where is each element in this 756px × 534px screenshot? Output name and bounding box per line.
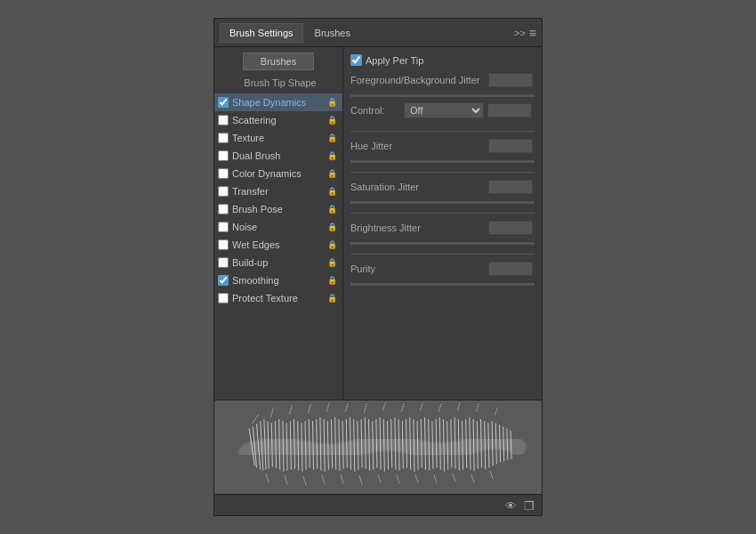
fg-bg-jitter-slider[interactable] (350, 94, 535, 97)
svg-line-15 (305, 421, 306, 470)
brush-tip-label: Brush Tip Shape (214, 77, 342, 88)
svg-line-14 (302, 423, 302, 472)
brightness-jitter-slider[interactable] (350, 242, 535, 245)
svg-line-33 (373, 421, 374, 470)
fg-bg-jitter-input[interactable] (488, 73, 533, 87)
brush-stroke-svg (214, 400, 542, 494)
svg-line-28 (354, 419, 355, 472)
svg-line-30 (361, 419, 362, 468)
right-panel: Apply Per Tip Foreground/Background Jitt… (343, 47, 542, 400)
hue-jitter-row: Hue Jitter (350, 139, 535, 153)
purity-row: Purity (350, 262, 535, 276)
svg-line-87 (303, 476, 306, 486)
brush-list-item[interactable]: Noise🔒 (214, 218, 342, 236)
brush-list-item[interactable]: Smoothing🔒 (214, 271, 342, 289)
svg-line-59 (470, 417, 470, 470)
brush-list-item[interactable]: Protect Texture🔒 (214, 289, 342, 307)
brush-list-item[interactable]: Scattering🔒 (214, 111, 342, 129)
svg-line-46 (421, 419, 422, 468)
svg-line-70 (511, 431, 511, 460)
brush-item-checkbox-6[interactable] (218, 204, 229, 214)
brush-item-label-4: Color Dynamics (232, 168, 324, 179)
brush-item-checkbox-5[interactable] (218, 186, 229, 197)
svg-line-38 (391, 419, 392, 468)
hue-jitter-input[interactable] (488, 139, 533, 153)
brush-list-item[interactable]: Build-up🔒 (214, 254, 342, 271)
svg-line-20 (324, 419, 325, 472)
svg-line-8 (279, 419, 280, 470)
svg-line-64 (488, 423, 489, 467)
brush-list-item[interactable]: Texture🔒 (214, 129, 342, 147)
brush-item-checkbox-3[interactable] (218, 150, 229, 161)
brushes-button[interactable]: Brushes (243, 53, 314, 70)
brush-list-item[interactable]: Shape Dynamics🔒 (214, 93, 342, 111)
svg-line-31 (365, 417, 366, 469)
brush-item-checkbox-4[interactable] (218, 168, 229, 179)
purity-slider[interactable] (350, 283, 535, 286)
brush-list-item[interactable]: Wet Edges🔒 (214, 236, 342, 254)
svg-line-85 (266, 473, 269, 483)
brush-item-label-5: Transfer (232, 186, 324, 197)
brush-item-checkbox-10[interactable] (218, 275, 229, 286)
lock-icon-4: 🔒 (327, 169, 337, 178)
brush-item-checkbox-8[interactable] (218, 239, 229, 250)
brush-item-label-7: Noise (232, 222, 324, 232)
brush-preview (214, 400, 542, 494)
brush-item-checkbox-11[interactable] (218, 293, 229, 303)
svg-line-56 (458, 419, 459, 471)
svg-line-93 (415, 474, 418, 482)
brush-item-label-6: Brush Pose (232, 204, 324, 214)
svg-line-67 (500, 425, 501, 462)
brush-list: Shape Dynamics🔒Scattering🔒Texture🔒Dual B… (214, 93, 342, 307)
svg-line-72 (270, 408, 273, 417)
saturation-jitter-row: Saturation Jitter (350, 180, 535, 194)
tab-brushes[interactable]: Brushes (305, 23, 360, 43)
brush-item-checkbox-7[interactable] (218, 222, 229, 232)
svg-line-90 (359, 475, 362, 485)
svg-line-82 (457, 402, 460, 410)
svg-line-32 (369, 419, 370, 471)
brush-item-checkbox-1[interactable] (218, 115, 229, 125)
brush-list-item[interactable]: Color Dynamics🔒 (214, 165, 342, 182)
brush-item-checkbox-2[interactable] (218, 133, 229, 143)
brush-item-checkbox-9[interactable] (218, 257, 229, 268)
divider-2 (350, 172, 535, 173)
brush-item-checkbox-0[interactable] (218, 97, 229, 108)
brush-item-label-9: Build-up (232, 257, 324, 268)
svg-line-42 (406, 419, 407, 468)
eye-icon[interactable]: 👁 (505, 499, 517, 513)
svg-line-18 (317, 419, 318, 469)
svg-line-78 (382, 402, 385, 410)
brush-list-item[interactable]: Transfer🔒 (214, 182, 342, 200)
brush-list-item[interactable]: Dual Brush🔒 (214, 147, 342, 165)
footer-toolbar: 👁 ❐ (214, 494, 542, 515)
brush-list-item[interactable]: Brush Pose🔒 (214, 200, 342, 218)
hue-jitter-slider[interactable] (350, 160, 535, 163)
svg-line-69 (507, 429, 508, 461)
control-value-box[interactable] (487, 103, 532, 117)
new-brush-icon[interactable]: ❐ (524, 499, 535, 513)
svg-line-53 (447, 421, 448, 470)
saturation-jitter-input[interactable] (488, 180, 533, 194)
purity-input[interactable] (488, 262, 533, 276)
svg-line-80 (420, 402, 422, 410)
expand-icon[interactable]: >> (514, 28, 526, 38)
divider-3 (350, 213, 535, 214)
fg-bg-jitter-row: Foreground/Background Jitter (350, 73, 535, 87)
svg-line-35 (380, 417, 381, 470)
apply-per-tip-checkbox[interactable] (350, 54, 362, 66)
saturation-jitter-slider[interactable] (350, 201, 535, 204)
brush-item-label-1: Scattering (232, 115, 324, 125)
lock-icon-7: 🔒 (327, 222, 337, 231)
tab-brush-settings[interactable]: Brush Settings (220, 23, 303, 43)
svg-line-62 (481, 419, 482, 468)
svg-line-97 (490, 471, 493, 479)
control-select[interactable]: Off (404, 102, 484, 118)
menu-icon[interactable]: ≡ (529, 26, 536, 40)
svg-line-29 (358, 421, 358, 470)
saturation-jitter-label: Saturation Jitter (350, 182, 488, 192)
svg-line-61 (477, 421, 478, 469)
svg-line-17 (313, 421, 314, 470)
svg-line-11 (290, 421, 291, 470)
brightness-jitter-input[interactable] (488, 221, 533, 235)
